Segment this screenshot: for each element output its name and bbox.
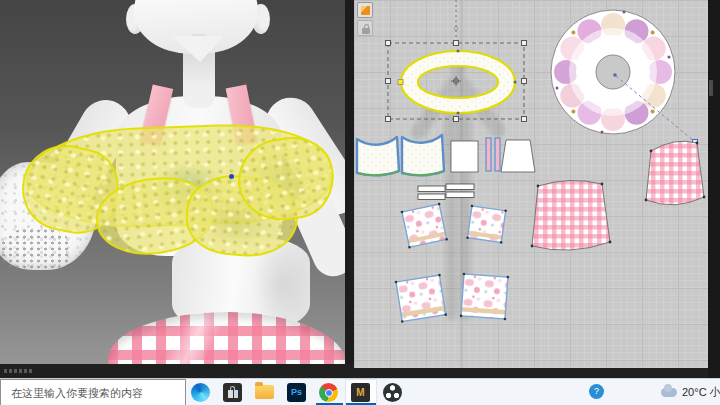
- garment-gingham-skirt[interactable]: [108, 312, 345, 364]
- microsoft-store-icon[interactable]: [223, 383, 242, 402]
- lace-speckle-texture: [0, 228, 72, 272]
- window-right-edge: [708, 0, 720, 378]
- ring-vertex-handle[interactable]: [398, 80, 403, 85]
- piece-print-patch-1[interactable]: [400, 203, 448, 249]
- workspace: 0: [0, 0, 720, 405]
- edge-icon[interactable]: [191, 383, 210, 402]
- piece-gingham-skirt-panel-2[interactable]: [645, 141, 706, 205]
- photoshop-icon[interactable]: Ps: [287, 383, 306, 402]
- chrome-icon[interactable]: [319, 383, 338, 402]
- piece-bodice-back[interactable]: [402, 135, 444, 175]
- piece-side-panel-2[interactable]: [501, 140, 535, 172]
- piece-shoulder-strap-1[interactable]: [486, 138, 491, 171]
- search-input[interactable]: [1, 380, 185, 405]
- status-stats-text: [4, 369, 32, 373]
- design-app-icon[interactable]: M: [351, 383, 370, 402]
- piece-print-patch-3[interactable]: [395, 274, 448, 323]
- pattern-canvas[interactable]: 0: [354, 0, 708, 368]
- piece-side-panel[interactable]: [451, 141, 478, 172]
- taskbar-search-box[interactable]: [0, 379, 186, 405]
- piece-floral-circle-flounce[interactable]: [551, 10, 675, 134]
- piece-waistbands[interactable]: [418, 184, 474, 200]
- 2d-pattern-panel[interactable]: 0: [354, 0, 708, 368]
- avatar-mouth: [192, 34, 206, 36]
- pin-point[interactable]: [229, 174, 234, 179]
- obs-icon[interactable]: [383, 383, 402, 402]
- piece-print-patch-2[interactable]: [466, 205, 507, 244]
- lock-tool-button[interactable]: [357, 20, 373, 36]
- texture-tool-icon: [361, 6, 370, 15]
- panel-collapse-handle[interactable]: [709, 80, 713, 96]
- piece-shoulder-strap-2[interactable]: [495, 138, 500, 171]
- flounce-center-hole: [596, 55, 630, 89]
- piece-print-patch-4[interactable]: [460, 273, 510, 321]
- weather-cloud-icon: [661, 388, 677, 397]
- weather-text[interactable]: 20°C 小雨: [682, 379, 720, 405]
- texture-tool-button[interactable]: [357, 2, 373, 18]
- taskbar[interactable]: Ps M ? 20°C 小雨: [0, 378, 720, 405]
- 3d-viewport[interactable]: [0, 0, 345, 364]
- file-explorer-icon[interactable]: [255, 385, 274, 399]
- piece-bodice-front[interactable]: [357, 137, 399, 175]
- tray-notification-icon[interactable]: ?: [589, 384, 604, 399]
- piece-gingham-skirt-panel-1[interactable]: [531, 180, 612, 250]
